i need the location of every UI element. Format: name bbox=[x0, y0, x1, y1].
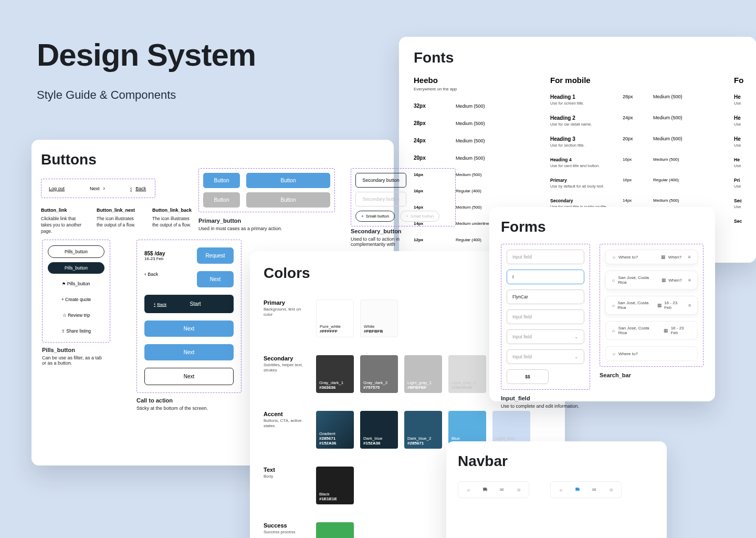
navbar-panel: Navbar ⌕ ⛟ ✉ ☺ ⌕ ⛟ ✉ ☺ bbox=[446, 441, 667, 538]
cta-group: 85$ /day16-23 Feb Request Back Next Back… bbox=[136, 240, 242, 393]
price-field[interactable]: $$ bbox=[507, 369, 549, 384]
filter-icon[interactable]: ≡ bbox=[687, 254, 692, 260]
calendar-icon: ▦ bbox=[661, 277, 666, 283]
search-bar[interactable]: ⌕San José, Costa Rica ▦16 - 23 Feb ≡ bbox=[605, 296, 698, 315]
calendar-icon: ▦ bbox=[661, 254, 666, 260]
search-icon: ⌕ bbox=[611, 303, 616, 308]
car-icon[interactable]: ⛟ bbox=[482, 487, 488, 492]
chat-icon[interactable]: ✉ bbox=[592, 487, 597, 492]
input-caption: Input_field bbox=[501, 395, 590, 401]
search-icon: ⌕ bbox=[611, 351, 616, 356]
filter-icon[interactable]: ≡ bbox=[687, 277, 692, 283]
search-bar[interactable]: ⌕San José, Costa Rica ▦When? ≡ bbox=[605, 271, 698, 289]
swatch-dark-blue: Dark_blue#152A36 bbox=[360, 411, 398, 449]
pill-button-active[interactable]: Pills_button bbox=[48, 262, 104, 274]
page-subtitle: Style Guide & Components bbox=[37, 88, 176, 102]
small-button-disabled: Small button bbox=[400, 211, 439, 222]
secondary-desc: Used to call to action in complementarit… bbox=[351, 236, 402, 247]
search-bar[interactable]: ⌕San José, Costa Rica ▦16 - 23 Feb bbox=[605, 321, 698, 340]
link-examples: Log out Next Back bbox=[41, 179, 155, 198]
pills-group: Pills_button Pills_button Pills_button C… bbox=[42, 240, 110, 343]
calendar-icon: ▦ bbox=[657, 303, 662, 308]
chevron-down-icon: ⌄ bbox=[574, 334, 579, 339]
fonts-heading: Fonts bbox=[414, 49, 741, 66]
primary-button-disabled: Button bbox=[246, 192, 330, 208]
page-title: Design System bbox=[37, 37, 256, 73]
swatch-light-gray-1: Light_gray_1#BFBFBF bbox=[404, 355, 442, 393]
buttons-heading: Buttons bbox=[41, 151, 384, 168]
pill-create-quote[interactable]: Create quote bbox=[48, 294, 104, 305]
search-bar[interactable]: ⌕Where to? ▦When? ≡ bbox=[605, 250, 698, 264]
search-icon: ⌕ bbox=[611, 277, 616, 283]
forms-panel: Forms Input field I FlynCar Input field … bbox=[489, 207, 715, 401]
primary-button-group: Button Button Button Button bbox=[198, 168, 335, 212]
primary-caption: Primary_button bbox=[198, 218, 282, 224]
swatch-gray-dark-2: Gray_dark_2#757575 bbox=[360, 355, 398, 393]
secondary-button-disabled: Secondary button bbox=[355, 192, 406, 206]
secondary-caption: Secondary_button bbox=[351, 228, 402, 234]
navbar-heading: Navbar bbox=[458, 453, 655, 470]
logout-link[interactable]: Log out bbox=[49, 185, 65, 191]
next-link[interactable]: Next bbox=[90, 185, 105, 191]
search-icon[interactable]: ⌕ bbox=[558, 487, 563, 492]
swatch-dark-blue-2: Dark_blue_2#285671 bbox=[404, 411, 442, 449]
navbar-example-active: ⌕ ⛟ ✉ ☺ bbox=[550, 481, 622, 498]
primary-button[interactable]: Button bbox=[246, 173, 330, 188]
pill-button[interactable]: Pills_button bbox=[48, 245, 104, 258]
calendar-icon: ▦ bbox=[664, 328, 669, 333]
chat-icon[interactable]: ✉ bbox=[499, 487, 505, 492]
swatch-green: Green bbox=[316, 522, 354, 538]
searchbar-caption: Search_bar bbox=[600, 372, 704, 378]
car-icon[interactable]: ⛟ bbox=[575, 487, 580, 492]
secondary-button[interactable]: Secondary button bbox=[355, 173, 406, 188]
next-button-wide[interactable]: Next bbox=[144, 320, 234, 337]
primary-desc: Used in most cases as a primary action. bbox=[198, 226, 282, 231]
pill-button-icon[interactable]: Pills_button bbox=[48, 278, 104, 289]
input-placeholder[interactable]: Input field bbox=[507, 250, 584, 264]
fonts-mobile-heading: For mobile bbox=[550, 76, 708, 85]
request-button[interactable]: Request bbox=[197, 247, 234, 264]
pill-review-trip[interactable]: Review trip bbox=[48, 309, 104, 321]
primary-button-disabled: Button bbox=[203, 192, 240, 208]
search-bars-group: ⌕Where to? ▦When? ≡ ⌕San José, Costa Ric… bbox=[600, 244, 704, 367]
chevron-down-icon: ⌄ bbox=[574, 354, 579, 359]
input-filled[interactable]: FlynCar bbox=[507, 289, 584, 304]
forms-heading: Forms bbox=[501, 219, 704, 235]
swatch-black: Black#1E1E1E bbox=[316, 467, 354, 504]
swatch-pure-white: Pure_white#FFFFFF bbox=[316, 299, 354, 337]
pills-desc: Can be use as filter, as a tab or as a b… bbox=[42, 355, 105, 366]
user-icon[interactable]: ☺ bbox=[516, 487, 521, 492]
font-family-note: Everywhere on the app bbox=[414, 87, 524, 91]
fonts-col3-heading: Fo bbox=[734, 76, 756, 85]
search-bar[interactable]: ⌕Where to? bbox=[605, 346, 698, 361]
primary-button[interactable]: Button bbox=[203, 173, 240, 188]
cta-back-link[interactable]: Back bbox=[144, 271, 158, 287]
cta-desc: Sticky at the bottom of the screen. bbox=[136, 406, 242, 411]
swatch-gradient: Gradient#285671#152A36 bbox=[316, 411, 354, 449]
select-field-small[interactable]: Input field⌄ bbox=[507, 349, 584, 364]
input-placeholder[interactable]: Input field bbox=[507, 309, 584, 324]
start-button[interactable]: BackStart bbox=[144, 295, 234, 313]
swatch-light-gray-2: Light_gray_2#DBDBDB bbox=[448, 355, 486, 393]
input-focused[interactable]: I bbox=[507, 270, 584, 284]
pill-share-listing[interactable]: Share listing bbox=[48, 325, 104, 337]
font-family-name: Heebo bbox=[414, 76, 524, 85]
next-button-outline[interactable]: Next bbox=[144, 368, 234, 385]
filter-icon[interactable]: ≡ bbox=[687, 303, 692, 308]
next-button[interactable]: Next bbox=[197, 271, 234, 287]
search-icon[interactable]: ⌕ bbox=[466, 487, 471, 492]
swatch-white: White#FBFBFB bbox=[360, 299, 398, 337]
input-fields-group: Input field I FlynCar Input field Input … bbox=[501, 244, 590, 390]
select-field[interactable]: Input field⌄ bbox=[507, 329, 584, 344]
secondary-button-group: Secondary button Secondary button Small … bbox=[351, 168, 456, 226]
user-icon[interactable]: ☺ bbox=[608, 487, 614, 492]
small-button[interactable]: Small button bbox=[355, 211, 395, 222]
back-link[interactable]: Back bbox=[130, 185, 146, 191]
input-desc: Use to complete and edit information. bbox=[501, 404, 590, 409]
search-icon: ⌕ bbox=[611, 254, 616, 260]
next-button-wide[interactable]: Next bbox=[144, 344, 234, 360]
swatch-gray-dark-1: Gray_dark_1#363636 bbox=[316, 355, 354, 393]
navbar-example: ⌕ ⛟ ✉ ☺ bbox=[458, 481, 529, 498]
search-icon: ⌕ bbox=[611, 328, 616, 333]
cta-caption: Call to action bbox=[136, 397, 242, 404]
